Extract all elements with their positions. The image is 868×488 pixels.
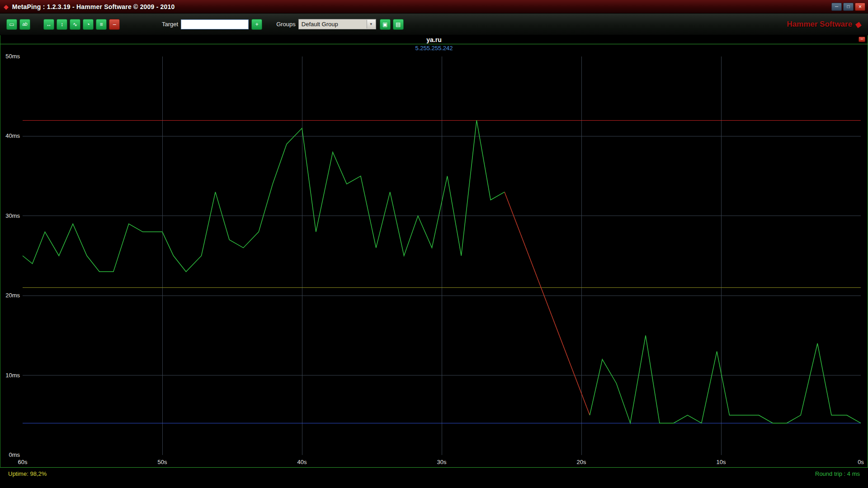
- groups-select[interactable]: Default Group ▼: [298, 19, 376, 29]
- series-packet-loss: [505, 192, 590, 415]
- close-button[interactable]: ×: [855, 3, 865, 11]
- list-icon: ≡: [99, 21, 103, 28]
- brand-text: Hammer Software: [787, 20, 853, 29]
- target-ip-address: 5.255.255.242: [0, 44, 868, 52]
- window-controls: ─ □ ×: [831, 3, 865, 11]
- x-tick-label: 50s: [158, 459, 167, 465]
- toolbar: ▭ ab ↔ ↕ ∿ ◔ ≡ − Target + Groups Default…: [0, 14, 868, 35]
- window-add-icon: ▣: [382, 21, 387, 28]
- titlebar: ◆ MetaPing : 1.2.3.19 - Hammer Software …: [0, 0, 868, 14]
- vertical-arrows-icon: ↕: [61, 21, 63, 28]
- x-tick-label: 10s: [717, 459, 726, 465]
- host-icon: ▭: [9, 21, 14, 28]
- y-tick-label: 30ms: [5, 212, 20, 219]
- collapse-panel-button[interactable]: −: [859, 37, 865, 42]
- series-ping-before-loss: [23, 120, 505, 272]
- target-input[interactable]: [181, 19, 249, 29]
- plus-icon: +: [255, 21, 259, 28]
- x-tick-label: 20s: [577, 459, 586, 465]
- target-hostname: ya.ru: [426, 36, 441, 43]
- ping-plot-area: 0ms10ms20ms30ms40ms50ms60s50s40s30s20s10…: [0, 52, 868, 467]
- groups-label: Groups: [276, 21, 296, 28]
- graph-icon: ∿: [73, 21, 77, 28]
- target-label: Target: [162, 21, 178, 28]
- ping-chart-svg: 0ms10ms20ms30ms40ms50ms60s50s40s30s20s10…: [0, 52, 868, 469]
- ping-chart-panel: ya.ru − 5.255.255.242 0ms10ms20ms30ms40m…: [0, 35, 868, 468]
- minimize-button[interactable]: ─: [831, 3, 842, 11]
- minus-icon: −: [113, 21, 116, 28]
- remove-target-button[interactable]: −: [109, 19, 120, 30]
- metaping-window: ◆ MetaPing : 1.2.3.19 - Hammer Software …: [0, 0, 868, 488]
- host-button[interactable]: ▭: [6, 19, 17, 30]
- panel-header: ya.ru −: [0, 35, 868, 44]
- edit-groups-button[interactable]: ▤: [393, 19, 404, 30]
- abc-icon: ab: [22, 22, 27, 27]
- uptime-status: Uptime: 98,2%: [8, 470, 47, 477]
- clock-icon: ◔: [86, 21, 90, 28]
- series-ping-after-loss: [590, 335, 861, 423]
- groups-select-value: Default Group: [302, 21, 338, 28]
- y-tick-label: 40ms: [5, 132, 20, 139]
- y-tick-label: 50ms: [5, 53, 20, 60]
- chevron-down-icon[interactable]: ▼: [367, 20, 375, 28]
- x-tick-label: 60s: [18, 459, 28, 465]
- horizontal-arrows-icon: ↔: [46, 21, 52, 28]
- fit-horizontal-button[interactable]: ↔: [43, 19, 54, 30]
- graph-mode-button[interactable]: ∿: [70, 19, 80, 30]
- add-group-button[interactable]: ▣: [380, 19, 391, 30]
- clock-button[interactable]: ◔: [83, 19, 94, 30]
- maximize-button[interactable]: □: [843, 3, 854, 11]
- fit-vertical-button[interactable]: ↕: [57, 19, 67, 30]
- labels-toggle-button[interactable]: ab: [19, 19, 30, 30]
- statusbar: Uptime: 98,2% Round trip : 4 ms: [0, 468, 868, 488]
- app-icon: ◆: [4, 3, 9, 10]
- brand: Hammer Software ◆: [787, 19, 862, 29]
- hammer-software-logo-icon: ◆: [854, 19, 862, 29]
- round-trip-status: Round trip : 4 ms: [815, 470, 860, 477]
- list-view-button[interactable]: ≡: [96, 19, 107, 30]
- window-edit-icon: ▤: [396, 21, 401, 28]
- x-tick-label: 0s: [858, 459, 864, 465]
- window-title: MetaPing : 1.2.3.19 - Hammer Software © …: [12, 3, 175, 10]
- y-tick-label: 20ms: [5, 292, 20, 299]
- add-target-button[interactable]: +: [251, 19, 262, 30]
- y-tick-label: 10ms: [5, 372, 20, 379]
- y-tick-label: 0ms: [9, 451, 20, 458]
- x-tick-label: 30s: [437, 459, 447, 465]
- x-tick-label: 40s: [297, 459, 307, 465]
